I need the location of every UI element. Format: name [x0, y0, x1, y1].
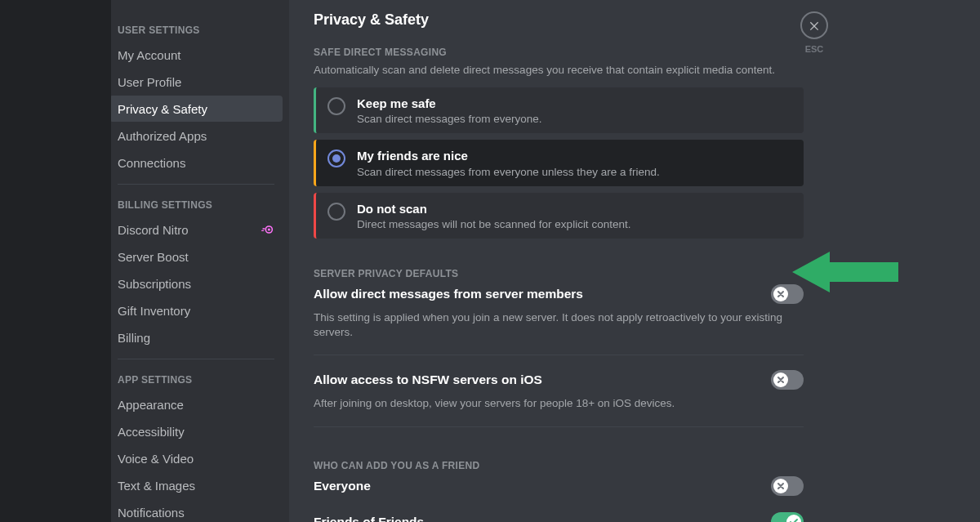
- sidebar-item-my-account[interactable]: My Account: [109, 42, 283, 68]
- sidebar-item-authorized-apps[interactable]: Authorized Apps: [109, 123, 283, 149]
- close-icon: [808, 19, 821, 32]
- x-icon: [773, 373, 788, 387]
- sidebar-item-label: Billing: [118, 331, 150, 345]
- sidebar-item-server-boost[interactable]: Server Boost: [109, 243, 283, 270]
- x-icon: [773, 479, 788, 493]
- radio-title: My friends are nice: [357, 148, 794, 164]
- sidebar-item-label: My Account: [118, 48, 181, 62]
- toggle-row: Allow access to NSFW servers on iOS: [314, 370, 804, 390]
- sidebar-item-label: Notifications: [118, 506, 185, 520]
- radio-subtitle: Scan direct messages from everyone unles…: [357, 166, 794, 178]
- toggle-block: Allow direct messages from server member…: [314, 284, 804, 340]
- radio-subtitle: Scan direct messages from everyone.: [357, 113, 794, 125]
- sidebar-item-user-profile[interactable]: User Profile: [109, 69, 283, 95]
- sidebar-item-gift-inventory[interactable]: Gift Inventory: [109, 297, 283, 323]
- safe-dm-option[interactable]: Do not scanDirect messages will not be s…: [314, 193, 804, 239]
- safe-dm-option[interactable]: My friends are niceScan direct messages …: [314, 140, 804, 186]
- sidebar-item-label: Voice & Video: [118, 452, 194, 466]
- toggle-title: Allow access to NSFW servers on iOS: [314, 373, 542, 387]
- toggle-block: Everyone: [314, 476, 804, 496]
- sidebar-group-header: APP SETTINGS: [109, 359, 283, 390]
- toggle-row: Allow direct messages from server member…: [314, 284, 804, 304]
- sidebar-item-label: Server Boost: [118, 250, 189, 264]
- sidebar-item-billing[interactable]: Billing: [109, 324, 283, 350]
- section-header-safe-dm: SAFE DIRECT MESSAGING: [314, 47, 804, 58]
- sidebar-item-text-images[interactable]: Text & Images: [109, 472, 283, 498]
- sidebar-item-label: Connections: [118, 156, 185, 170]
- page-title: Privacy & Safety: [314, 11, 804, 29]
- sidebar-item-label: Subscriptions: [118, 277, 191, 291]
- radio-title: Do not scan: [357, 201, 794, 217]
- x-icon: [773, 287, 788, 301]
- radio-subtitle: Direct messages will not be scanned for …: [357, 218, 794, 230]
- sidebar-item-label: Discord Nitro: [118, 223, 189, 237]
- section-desc-safe-dm: Automatically scan and delete direct mes…: [314, 63, 804, 78]
- server-privacy-list: Allow direct messages from server member…: [314, 284, 804, 427]
- svg-point-1: [268, 228, 270, 230]
- check-icon: [786, 515, 801, 522]
- settings-sidebar: USER SETTINGSMy AccountUser ProfilePriva…: [109, 10, 283, 522]
- divider: [314, 355, 804, 355]
- radio-icon: [327, 203, 345, 221]
- section-header-friend-add: WHO CAN ADD YOU AS A FRIEND: [314, 460, 804, 471]
- sidebar-item-label: Gift Inventory: [118, 304, 190, 318]
- close-button[interactable]: [800, 11, 828, 39]
- divider: [314, 426, 804, 427]
- left-gutter: [0, 0, 111, 522]
- svg-rect-3: [261, 230, 264, 231]
- sidebar-item-discord-nitro[interactable]: Discord Nitro: [109, 216, 283, 243]
- sidebar-item-subscriptions[interactable]: Subscriptions: [109, 270, 283, 297]
- nitro-badge-icon: [261, 223, 274, 236]
- toggle-row: Friends of Friends: [314, 512, 804, 522]
- sidebar-item-label: Accessibility: [118, 425, 185, 439]
- toggle-allow-dm-server-members[interactable]: [771, 284, 804, 304]
- settings-main: Privacy & Safety SAFE DIRECT MESSAGING A…: [289, 0, 828, 522]
- toggle-title: Allow direct messages from server member…: [314, 287, 583, 301]
- radio-title: Keep me safe: [357, 96, 794, 112]
- sidebar-item-label: Text & Images: [118, 479, 195, 493]
- close-settings: ESC: [800, 11, 828, 54]
- toggle-friend-fof[interactable]: [771, 512, 804, 522]
- toggle-block: Allow access to NSFW servers on iOSAfter…: [314, 370, 804, 411]
- toggle-allow-nsfw-ios[interactable]: [771, 370, 804, 390]
- sidebar-item-privacy-safety[interactable]: Privacy & Safety: [109, 96, 283, 122]
- sidebar-item-label: Authorized Apps: [118, 129, 207, 143]
- settings-main-container: Privacy & Safety SAFE DIRECT MESSAGING A…: [289, 0, 980, 522]
- sidebar-item-connections[interactable]: Connections: [109, 149, 283, 176]
- radio-icon: [327, 149, 345, 167]
- toggle-title: Friends of Friends: [314, 515, 424, 522]
- toggle-title: Everyone: [314, 479, 371, 493]
- sidebar-item-label: Privacy & Safety: [118, 102, 207, 116]
- svg-rect-2: [262, 228, 265, 229]
- sidebar-item-label: User Profile: [118, 75, 181, 89]
- toggle-friend-everyone[interactable]: [771, 476, 804, 496]
- radio-icon: [327, 97, 345, 115]
- safe-dm-radio-group: Keep me safeScan direct messages from ev…: [314, 87, 804, 239]
- sidebar-item-label: Appearance: [118, 398, 184, 412]
- sidebar-item-notifications[interactable]: Notifications: [109, 499, 283, 522]
- toggle-subtitle: This setting is applied when you join a …: [314, 310, 804, 340]
- sidebar-item-voice-video[interactable]: Voice & Video: [109, 445, 283, 471]
- section-header-server-privacy: SERVER PRIVACY DEFAULTS: [314, 268, 804, 279]
- toggle-subtitle: After joining on desktop, view your serv…: [314, 396, 804, 411]
- toggle-block: Friends of Friends: [314, 512, 804, 522]
- sidebar-group-header: USER SETTINGS: [109, 10, 283, 41]
- sidebar-item-accessibility[interactable]: Accessibility: [109, 418, 283, 444]
- sidebar-item-appearance[interactable]: Appearance: [109, 391, 283, 417]
- close-label: ESC: [805, 44, 824, 54]
- friend-add-list: EveryoneFriends of Friends: [314, 476, 804, 522]
- toggle-row: Everyone: [314, 476, 804, 496]
- sidebar-group-header: BILLING SETTINGS: [109, 185, 283, 216]
- safe-dm-option[interactable]: Keep me safeScan direct messages from ev…: [314, 87, 804, 134]
